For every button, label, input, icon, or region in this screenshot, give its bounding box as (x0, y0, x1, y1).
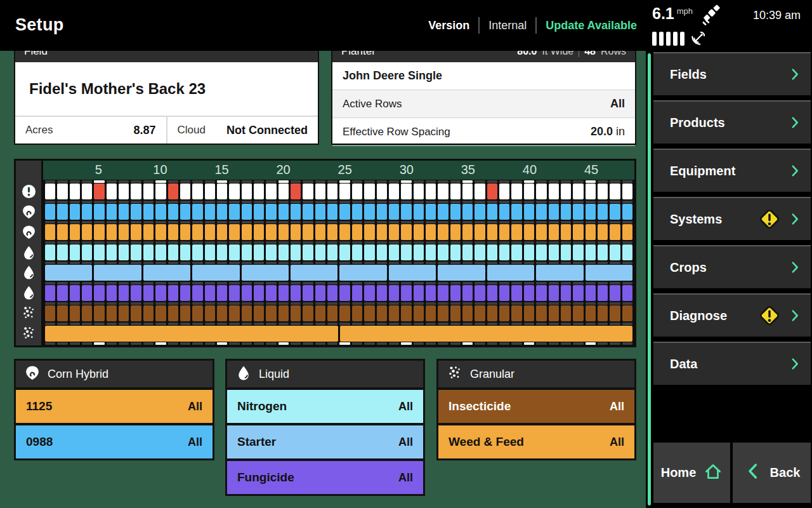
row-cell[interactable] (131, 285, 141, 301)
row-cell[interactable] (401, 224, 411, 240)
row-cell[interactable] (45, 244, 55, 260)
row-cell[interactable] (143, 305, 154, 321)
row-cell[interactable] (94, 265, 141, 281)
row-cell[interactable] (511, 204, 521, 220)
row-cell[interactable] (266, 244, 276, 260)
row-cell[interactable] (622, 204, 632, 220)
row-cell[interactable] (414, 305, 424, 321)
row-cell[interactable] (119, 224, 129, 240)
back-button[interactable]: Back (733, 443, 811, 503)
row-cell[interactable] (499, 285, 509, 301)
row-cell[interactable] (339, 204, 350, 220)
row-cell[interactable] (377, 305, 387, 321)
row-cell[interactable] (536, 305, 546, 321)
row-cell[interactable] (155, 204, 166, 220)
row-cell[interactable] (70, 285, 80, 301)
row-cell[interactable] (401, 244, 411, 260)
row-cell[interactable] (340, 326, 633, 342)
row-cell[interactable] (131, 204, 141, 220)
row-cell[interactable] (401, 184, 411, 199)
row-cell[interactable] (364, 285, 374, 301)
row-cell[interactable] (573, 244, 583, 260)
row-cell[interactable] (242, 224, 252, 240)
row-cell[interactable] (401, 204, 411, 220)
row-cell[interactable] (205, 184, 215, 199)
row-cell[interactable] (217, 184, 227, 199)
row-cell[interactable] (180, 244, 190, 260)
row-cell[interactable] (278, 224, 289, 240)
planter-model-row[interactable]: John Deere Single (332, 62, 635, 90)
row-cell[interactable] (205, 224, 215, 240)
row-cell[interactable] (242, 184, 252, 199)
row-cell[interactable] (364, 204, 374, 220)
row-cell[interactable] (586, 285, 596, 301)
row-cell[interactable] (266, 224, 276, 240)
row-cell[interactable] (155, 305, 166, 321)
product-item-fungicide[interactable]: Fungicide All (227, 461, 423, 494)
row-cell[interactable] (254, 184, 264, 199)
row-cell[interactable] (401, 305, 411, 321)
row-cell[interactable] (327, 285, 337, 301)
row-cell[interactable] (229, 305, 239, 321)
row-cell[interactable] (45, 224, 55, 240)
sidebar-item-data[interactable]: Data (653, 342, 811, 385)
row-cell[interactable] (499, 224, 509, 240)
row-cell[interactable] (622, 184, 632, 199)
row-cell[interactable] (266, 184, 276, 199)
row-cell[interactable] (499, 184, 509, 199)
row-cell[interactable] (389, 244, 399, 260)
row-cell[interactable] (168, 204, 178, 220)
row-cell[interactable] (377, 224, 387, 240)
row-cell[interactable] (217, 204, 227, 220)
row-cell[interactable] (598, 224, 608, 240)
row-cell[interactable] (119, 244, 129, 260)
row-cell[interactable] (82, 244, 92, 260)
row-cell[interactable] (499, 305, 509, 321)
row-cell[interactable] (511, 305, 521, 321)
row-cell[interactable] (511, 184, 521, 199)
row-cell[interactable] (339, 285, 350, 301)
row-cell[interactable] (131, 224, 141, 240)
row-cell[interactable] (278, 305, 289, 321)
row-cell[interactable] (438, 305, 448, 321)
row-cell[interactable] (352, 285, 362, 301)
row-cell[interactable] (119, 285, 129, 301)
row-cell[interactable] (94, 244, 104, 260)
row-cell[interactable] (536, 265, 583, 281)
row-cell[interactable] (389, 265, 436, 281)
row-cell[interactable] (217, 244, 227, 260)
row-cell[interactable] (180, 285, 190, 301)
row-cell[interactable] (217, 224, 227, 240)
row-cell[interactable] (487, 204, 497, 220)
row-cell[interactable] (155, 224, 166, 240)
row-cell[interactable] (242, 265, 289, 281)
row-cell[interactable] (131, 305, 141, 321)
row-cell[interactable] (192, 204, 202, 220)
row-cell[interactable] (192, 285, 202, 301)
row-cell[interactable] (561, 244, 571, 260)
row-cell[interactable] (586, 224, 596, 240)
row-cell[interactable] (536, 244, 546, 260)
row-cell[interactable] (291, 265, 337, 281)
row-cell[interactable] (389, 184, 399, 199)
row-cell[interactable] (70, 244, 80, 260)
row-cell[interactable] (536, 224, 546, 240)
row-cell[interactable] (364, 244, 374, 260)
row-cell[interactable] (57, 305, 67, 321)
row-cell[interactable] (217, 305, 227, 321)
row-cell[interactable] (339, 244, 350, 260)
row-cell[interactable] (414, 184, 424, 199)
row-cell[interactable] (205, 204, 215, 220)
row-cell[interactable] (45, 305, 55, 321)
row-cell[interactable] (107, 204, 117, 220)
row-cell[interactable] (475, 204, 485, 220)
row-cell[interactable] (303, 224, 313, 240)
row-cell[interactable] (229, 184, 239, 199)
row-cell[interactable] (278, 184, 289, 199)
row-cell[interactable] (266, 285, 276, 301)
row-cell[interactable] (291, 204, 301, 220)
row-cell[interactable] (586, 244, 596, 260)
planter-card[interactable]: Planter 80.0 ft Wide 48 Rows John Deere … (331, 39, 636, 145)
row-cell[interactable] (598, 244, 608, 260)
row-cell[interactable] (291, 244, 301, 260)
